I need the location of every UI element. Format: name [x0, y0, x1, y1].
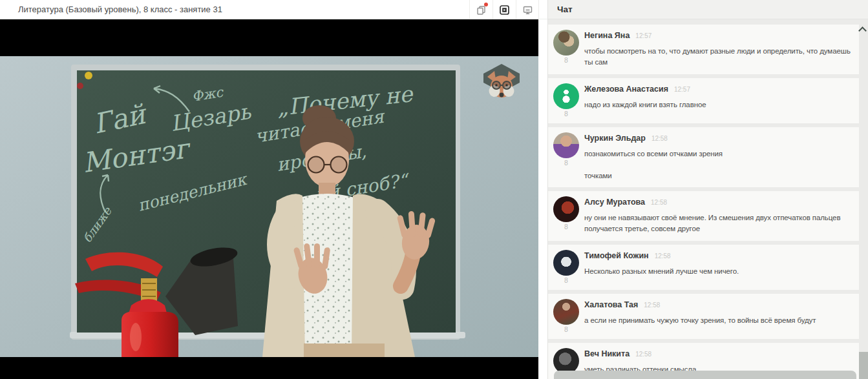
chat-message-text: чтобы посмотреть на то, что думают разны… — [584, 46, 854, 68]
lesson-title: Литература (Базовый уровень), 8 класс - … — [18, 5, 222, 14]
foxford-fox-logo-icon — [478, 63, 525, 105]
chat-message-list[interactable]: 8 Негина Яна 12:57 чтобы посмотреть на т… — [548, 20, 859, 379]
video-player-area: Фжс Гай Цезарь Монтэг понедельник ближе … — [0, 19, 538, 379]
header-bar: Литература (Базовый уровень), 8 класс - … — [0, 0, 547, 19]
screen-share-icon — [522, 5, 533, 15]
chat-message-text: а если не принимать чужую точку зрения, … — [584, 315, 854, 326]
chat-message-text: ну они не навязывают своё мнение. Из сме… — [584, 212, 854, 235]
chat-message-text: точками — [584, 170, 854, 181]
chat-title: Чат — [557, 5, 573, 14]
chat-author-name: Железова Анастасия — [584, 85, 668, 94]
chat-message: 8 Негина Яна 12:57 чтобы посмотреть на т… — [548, 25, 859, 74]
chat-message: 8 Железова Анастасия 12:57 надо из каждо… — [548, 78, 859, 123]
chat-panel: Чат 8 Негина Яна 12:57 чтобы посмотреть … — [547, 0, 868, 379]
avatar-grade-badge: 8 — [564, 276, 568, 284]
chat-author-name: Чуркин Эльдар — [584, 134, 646, 143]
chat-timestamp: 12:58 — [651, 135, 668, 142]
chat-message: 8 Халатова Тая 12:58 а если не принимать… — [548, 294, 859, 339]
chat-input[interactable] — [554, 371, 856, 379]
chat-scrollbar[interactable] — [859, 20, 868, 379]
chat-author-name: Веч Никита — [584, 349, 630, 358]
chat-timestamp: 12:57 — [635, 32, 651, 39]
chat-timestamp: 12:57 — [674, 86, 690, 93]
chat-message-text: Несколько разных мнений лучше чем ничего… — [584, 266, 854, 277]
chat-header: Чат — [548, 0, 868, 19]
lesson-viewer-window: Литература (Базовый уровень), 8 класс - … — [0, 0, 868, 379]
video-view-button[interactable] — [492, 0, 516, 19]
board-pin-red — [77, 83, 83, 89]
avatar-grade-badge: 8 — [564, 110, 568, 118]
avatar — [553, 83, 579, 109]
chat-author-name: Алсу Муратова — [584, 198, 645, 207]
chat-timestamp: 12:58 — [644, 302, 660, 309]
chat-message-text: надо из каждой книги взять главное — [584, 99, 854, 110]
board-pin-yellow — [85, 72, 92, 79]
avatar — [553, 348, 579, 374]
chat-scrollbar-thumb[interactable] — [859, 352, 868, 379]
avatar — [553, 299, 579, 325]
video-play-icon — [499, 5, 510, 15]
materials-view-button[interactable] — [469, 0, 492, 19]
chat-author-name: Халатова Тая — [584, 300, 638, 309]
avatar — [553, 30, 579, 56]
avatar-grade-badge: 8 — [564, 325, 568, 333]
avatar-grade-badge: 8 — [564, 223, 568, 230]
chat-message: 8 Чуркин Эльдар 12:58 познакомиться со в… — [548, 127, 859, 188]
avatar — [553, 132, 579, 158]
chat-message-text: познакомиться со всеми отчками зрения — [584, 149, 854, 159]
chat-message-lines: а если не принимать чужую точку зрения, … — [584, 315, 854, 326]
chat-message-lines: Несколько разных мнений лучше чем ничего… — [584, 266, 854, 277]
chat-message-lines: надо из каждой книги взять главное — [584, 99, 854, 110]
classroom-scene: Фжс Гай Цезарь Монтэг понедельник ближе … — [0, 56, 538, 357]
notification-dot — [484, 3, 488, 6]
view-toolbar — [469, 0, 539, 19]
chat-message: 8 Тимофей Кожин 12:58 Несколько разных м… — [548, 245, 859, 290]
chat-message-lines: ну они не навязывают своё мнение. Из сме… — [584, 212, 854, 235]
chat-message-lines: познакомиться со всеми отчками зренияточ… — [584, 149, 854, 182]
chat-message-lines: чтобы посмотреть на то, что думают разны… — [584, 46, 854, 68]
chat-message: 8 Алсу Муратова 12:58 ну они не навязыва… — [548, 191, 859, 241]
chat-author-name: Негина Яна — [584, 31, 630, 40]
chat-timestamp: 12:58 — [651, 199, 667, 206]
avatar-grade-badge: 8 — [564, 56, 568, 64]
chat-timestamp: 12:58 — [635, 351, 651, 358]
avatar — [553, 250, 579, 276]
screen-share-button[interactable] — [516, 0, 539, 19]
avatar — [553, 196, 579, 222]
avatar-grade-badge: 8 — [564, 159, 568, 167]
chat-timestamp: 12:58 — [655, 252, 671, 260]
lesson-video-frame: Фжс Гай Цезарь Монтэг понедельник ближе … — [0, 56, 538, 357]
chat-author-name: Тимофей Кожин — [584, 251, 649, 260]
